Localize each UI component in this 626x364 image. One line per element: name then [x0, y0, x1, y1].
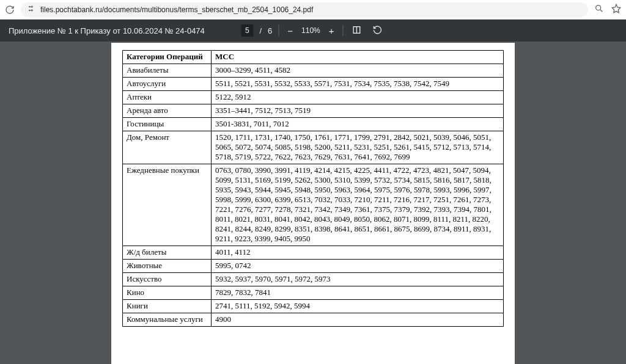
cell-category: Ж/д билеты [123, 246, 212, 260]
mcc-table: Категории Операций МСС Авиабилеты3000–32… [122, 50, 504, 327]
cell-category: Аптеки [123, 91, 212, 104]
star-icon[interactable] [611, 4, 621, 16]
cell-mcc: 2741, 5111, 5192, 5942, 5994 [212, 300, 504, 313]
zoom-level: 110% [301, 26, 320, 35]
table-row: Ж/д билеты4011, 4112 [123, 246, 504, 260]
browser-right-icons [594, 4, 621, 16]
table-row: Ежедневные покупки0763, 0780, 3990, 3991… [123, 164, 504, 246]
table-row: Аренда авто3351–3441, 7512, 7513, 7519 [123, 104, 504, 118]
page-number-input[interactable] [241, 24, 253, 37]
cell-category: Аренда авто [123, 104, 212, 118]
table-row: Книги2741, 5111, 5192, 5942, 5994 [123, 300, 504, 313]
cell-category: Авиабилеты [123, 64, 212, 78]
pdf-stage[interactable]: Категории Операций МСС Авиабилеты3000–32… [0, 42, 626, 364]
table-row: Аптеки5122, 5912 [123, 91, 504, 104]
pdf-page: Категории Операций МСС Авиабилеты3000–32… [111, 43, 515, 364]
cell-mcc: 7829, 7832, 7841 [212, 286, 504, 300]
table-row: Автоуслуги5511, 5521, 5531, 5532, 5533, … [123, 78, 504, 91]
toolbar-divider [343, 25, 344, 36]
toolbar-divider [278, 25, 279, 36]
table-row: Дом, Ремонт1520, 1711, 1731, 1740, 1750,… [123, 131, 504, 164]
table-row: Животные5995, 0742 [123, 260, 504, 273]
table-row: Авиабилеты3000–3299, 4511, 4582 [123, 64, 504, 78]
cell-category: Гостиницы [123, 118, 212, 131]
table-head-row: Категории Операций МСС [123, 51, 504, 64]
cell-mcc: 3351–3441, 7512, 7513, 7519 [212, 104, 504, 118]
pdf-title: Приложение № 1 к Приказу от 10.06.2024 №… [9, 26, 205, 35]
cell-mcc: 0763, 0780, 3990, 3991, 4119, 4214, 4215… [212, 164, 504, 246]
table-row: Гостиницы3501-3831, 7011, 7012 [123, 118, 504, 131]
cell-category: Кино [123, 286, 212, 300]
cell-mcc: 4900 [212, 313, 504, 327]
fit-page-icon[interactable] [350, 24, 364, 37]
table-row: Коммунальные услуги4900 [123, 313, 504, 327]
col-header-category: Категории Операций [123, 51, 212, 64]
cell-mcc: 1520, 1711, 1731, 1740, 1750, 1761, 1771… [212, 131, 504, 164]
nav-buttons [5, 5, 15, 15]
zoom-in-button[interactable]: + [326, 25, 337, 37]
page-separator: / [259, 26, 262, 35]
cell-mcc: 4011, 4112 [212, 246, 504, 260]
rotate-icon[interactable] [370, 24, 385, 37]
cell-category: Книги [123, 300, 212, 313]
cell-category: Коммунальные услуги [123, 313, 212, 327]
browser-chrome: files.pochtabank.ru/documents/multibonus… [0, 0, 626, 20]
cell-mcc: 3000–3299, 4511, 4582 [212, 64, 504, 78]
cell-category: Животные [123, 260, 212, 273]
cell-mcc: 5932, 5937, 5970, 5971, 5972, 5973 [212, 273, 504, 286]
zoom-icon[interactable] [594, 4, 604, 16]
cell-category: Ежедневные покупки [123, 164, 212, 246]
cell-mcc: 5122, 5912 [212, 91, 504, 104]
zoom-out-button[interactable]: − [285, 25, 295, 37]
svg-point-2 [596, 5, 601, 10]
table-row: Искусство5932, 5937, 5970, 5971, 5972, 5… [123, 273, 504, 286]
cell-category: Искусство [123, 273, 212, 286]
table-row: Кино7829, 7832, 7841 [123, 286, 504, 300]
address-bar[interactable]: files.pochtabank.ru/documents/multibonus… [21, 2, 588, 17]
col-header-mcc: МСС [212, 51, 504, 64]
reload-icon[interactable] [5, 5, 15, 15]
page-count: 6 [268, 26, 272, 35]
cell-mcc: 5511, 5521, 5531, 5532, 5533, 5571, 7531… [212, 78, 504, 91]
pdf-toolbar-center: / 6 − 110% + [241, 24, 385, 37]
cell-mcc: 3501-3831, 7011, 7012 [212, 118, 504, 131]
site-info-icon[interactable] [27, 4, 35, 15]
cell-mcc: 5995, 0742 [212, 260, 504, 273]
pdf-toolbar: Приложение № 1 к Приказу от 10.06.2024 №… [0, 20, 626, 42]
cell-category: Автоуслуги [123, 78, 212, 91]
url-text: files.pochtabank.ru/documents/multibonus… [40, 5, 313, 14]
cell-category: Дом, Ремонт [123, 131, 212, 164]
